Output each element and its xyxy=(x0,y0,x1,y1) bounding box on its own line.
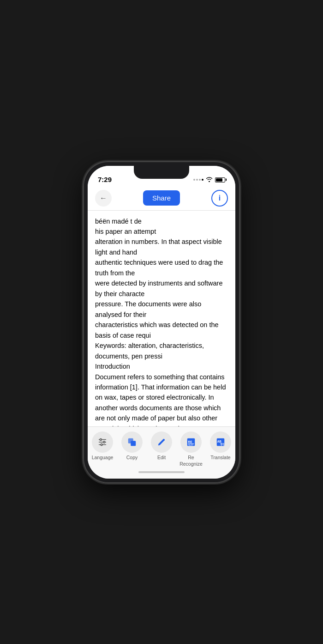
back-button[interactable]: ← xyxy=(95,190,112,207)
phone-frame: 7:29 ← Share xyxy=(83,161,240,483)
status-time: 7:29 xyxy=(98,176,112,183)
document-content: béën madé t de his paper an attempt alte… xyxy=(88,211,235,427)
status-bar: 7:29 xyxy=(88,166,235,186)
svg-point-4 xyxy=(103,441,105,443)
bottom-toolbar: Language Copy xyxy=(88,426,235,478)
share-button[interactable]: Share xyxy=(143,190,180,206)
svg-text:TEXT: TEXT xyxy=(188,444,194,446)
svg-point-5 xyxy=(101,444,102,446)
rerecognize-icon: RE TEXT xyxy=(186,437,196,447)
svg-rect-7 xyxy=(128,438,133,444)
svg-point-3 xyxy=(100,439,102,441)
sliders-icon xyxy=(97,437,108,447)
battery-icon xyxy=(215,177,225,182)
action-rerecognize[interactable]: RE TEXT Re Recognize xyxy=(178,431,204,467)
action-edit[interactable]: Edit xyxy=(149,431,174,461)
svg-text:RE: RE xyxy=(188,440,193,444)
action-translate[interactable]: AB 字1 Translate xyxy=(208,431,233,461)
edit-icon-bg xyxy=(151,431,172,453)
copy-icon-bg xyxy=(121,431,143,453)
rerecognize-label: Re Recognize xyxy=(179,455,203,467)
action-language[interactable]: Language xyxy=(90,431,115,461)
translate-icon: AB 字1 xyxy=(215,437,226,447)
language-icon-bg xyxy=(92,431,113,453)
signal-icon xyxy=(193,179,203,181)
translate-icon-bg: AB 字1 xyxy=(210,431,231,453)
document-text: béën madé t de his paper an attempt alte… xyxy=(95,216,228,427)
translate-label: Translate xyxy=(210,455,230,461)
home-indicator xyxy=(88,468,235,477)
info-button[interactable]: i xyxy=(211,190,228,207)
toolbar-actions: Language Copy xyxy=(88,431,235,467)
home-bar xyxy=(138,471,185,473)
edit-label: Edit xyxy=(157,455,166,461)
phone-screen: 7:29 ← Share xyxy=(88,166,235,479)
pencil-icon xyxy=(156,437,167,447)
action-copy[interactable]: Copy xyxy=(119,431,145,461)
top-toolbar: ← Share i xyxy=(88,186,235,211)
copy-icon xyxy=(127,437,137,447)
svg-text:字1: 字1 xyxy=(220,443,225,446)
notch xyxy=(134,166,189,179)
rerecognize-icon-bg: RE TEXT xyxy=(180,431,202,453)
status-icons xyxy=(193,176,225,183)
wifi-icon xyxy=(206,176,213,183)
language-label: Language xyxy=(92,455,114,461)
copy-label: Copy xyxy=(126,455,138,461)
